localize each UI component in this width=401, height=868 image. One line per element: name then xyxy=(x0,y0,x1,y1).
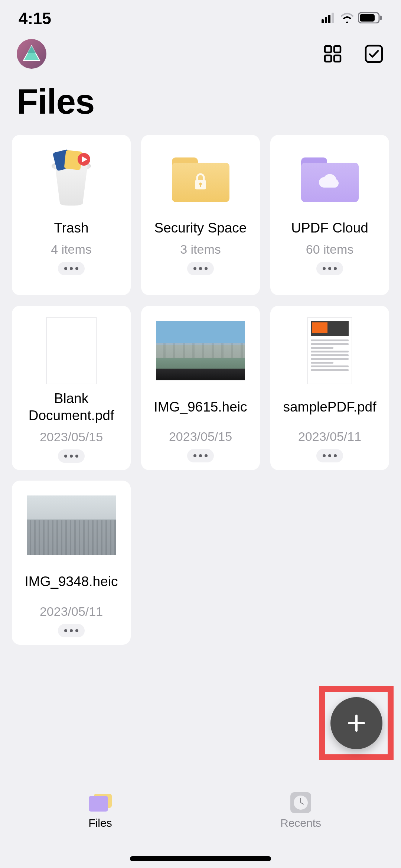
tab-label: Recents xyxy=(280,817,321,829)
photo-thumbnail xyxy=(156,321,245,380)
tab-recents[interactable]: Recents xyxy=(200,779,401,842)
svg-rect-2 xyxy=(328,15,330,23)
more-button[interactable] xyxy=(316,262,343,275)
card-subtitle: 2023/05/15 xyxy=(169,429,232,444)
select-icon[interactable] xyxy=(363,43,384,64)
card-title: UPDF Cloud xyxy=(291,219,368,237)
more-button[interactable] xyxy=(187,449,214,462)
status-time: 4:15 xyxy=(19,9,51,28)
wifi-icon xyxy=(340,13,354,25)
trash-icon xyxy=(47,154,95,206)
card-subtitle: 2023/05/15 xyxy=(40,430,103,444)
card-subtitle: 2023/05/11 xyxy=(40,604,103,619)
svg-rect-3 xyxy=(332,13,334,23)
page-title: Files xyxy=(0,74,401,135)
locked-folder-icon xyxy=(172,157,229,202)
svg-rect-1 xyxy=(325,17,327,23)
file-samplepdf[interactable]: samplePDF.pdf 2023/05/11 xyxy=(270,306,389,470)
tab-bar: Files Recents xyxy=(0,779,401,842)
more-button[interactable] xyxy=(58,449,85,463)
blank-page-icon xyxy=(46,317,97,384)
folder-updf-cloud[interactable]: UPDF Cloud 60 items xyxy=(270,135,389,295)
svg-rect-9 xyxy=(325,46,331,52)
card-subtitle: 2023/05/11 xyxy=(298,429,361,444)
folder-trash[interactable]: Trash 4 items xyxy=(12,135,131,295)
photo-thumbnail xyxy=(27,495,116,555)
status-bar: 4:15 xyxy=(0,0,401,33)
card-title: Blank Document.pdf xyxy=(17,390,125,425)
card-title: IMG_9615.heic xyxy=(154,390,247,424)
files-tab-icon xyxy=(88,792,112,813)
add-button[interactable] xyxy=(330,697,382,749)
svg-rect-16 xyxy=(200,184,201,187)
svg-marker-8 xyxy=(27,46,36,53)
file-img-9348[interactable]: IMG_9348.heic 2023/05/11 xyxy=(12,481,131,645)
card-title: IMG_9348.heic xyxy=(25,565,118,599)
file-grid: Trash 4 items Security Space 3 items UPD… xyxy=(0,135,401,645)
svg-rect-12 xyxy=(334,55,340,62)
cellular-icon xyxy=(322,13,336,25)
file-img-9615[interactable]: IMG_9615.heic 2023/05/15 xyxy=(141,306,260,470)
pdf-thumbnail xyxy=(307,317,352,384)
more-button[interactable] xyxy=(58,624,85,637)
card-subtitle: 60 items xyxy=(306,242,354,257)
more-button[interactable] xyxy=(58,262,85,275)
status-indicators xyxy=(322,12,382,25)
svg-rect-10 xyxy=(334,46,340,52)
more-button[interactable] xyxy=(316,449,343,462)
card-title: Trash xyxy=(54,219,88,237)
grid-view-icon[interactable] xyxy=(322,43,343,64)
svg-rect-0 xyxy=(322,19,324,23)
card-subtitle: 4 items xyxy=(51,242,92,257)
card-title: samplePDF.pdf xyxy=(283,390,376,424)
tab-files[interactable]: Files xyxy=(0,779,200,842)
svg-rect-13 xyxy=(366,46,382,62)
header xyxy=(0,33,401,74)
folder-security-space[interactable]: Security Space 3 items xyxy=(141,135,260,295)
card-title: Security Space xyxy=(154,219,247,237)
svg-rect-11 xyxy=(325,55,331,62)
tab-label: Files xyxy=(88,817,112,829)
cloud-folder-icon xyxy=(301,157,359,202)
file-blank-document[interactable]: Blank Document.pdf 2023/05/15 xyxy=(12,306,131,470)
home-indicator[interactable] xyxy=(130,856,271,861)
avatar[interactable] xyxy=(17,39,46,69)
svg-rect-6 xyxy=(380,16,382,20)
more-button[interactable] xyxy=(187,262,214,275)
recents-tab-icon xyxy=(289,792,313,813)
svg-rect-5 xyxy=(360,14,375,22)
battery-icon xyxy=(358,12,382,25)
plus-icon xyxy=(345,712,368,734)
card-subtitle: 3 items xyxy=(180,242,221,257)
highlight-box xyxy=(319,686,394,760)
